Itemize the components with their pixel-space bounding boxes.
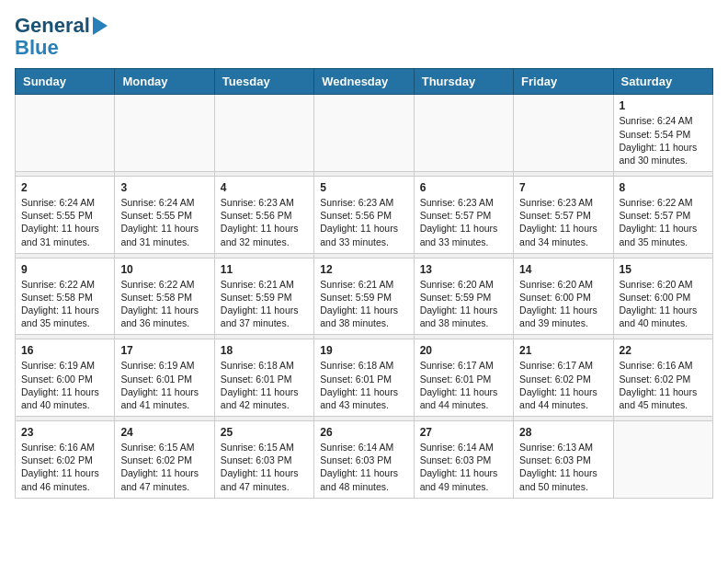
cell-text: Sunrise: 6:24 AM Sunset: 5:55 PM Dayligh…	[21, 196, 108, 248]
day-cell	[115, 95, 214, 172]
day-number: 2	[21, 181, 108, 194]
header-cell-saturday: Saturday	[613, 69, 712, 95]
day-cell: 20Sunrise: 6:17 AM Sunset: 6:01 PM Dayli…	[414, 339, 513, 417]
day-cell: 16Sunrise: 6:19 AM Sunset: 6:00 PM Dayli…	[16, 339, 115, 417]
cell-text: Sunrise: 6:21 AM Sunset: 5:59 PM Dayligh…	[221, 278, 308, 330]
day-cell: 19Sunrise: 6:18 AM Sunset: 6:01 PM Dayli…	[314, 339, 414, 417]
day-number: 21	[519, 344, 607, 357]
day-number: 6	[420, 181, 507, 194]
cell-text: Sunrise: 6:14 AM Sunset: 6:03 PM Dayligh…	[420, 441, 507, 493]
day-cell: 23Sunrise: 6:16 AM Sunset: 6:02 PM Dayli…	[16, 421, 115, 499]
day-number: 28	[519, 426, 607, 439]
cell-text: Sunrise: 6:16 AM Sunset: 6:02 PM Dayligh…	[620, 359, 707, 411]
header: General Blue	[15, 15, 713, 59]
week-row-2: 2Sunrise: 6:24 AM Sunset: 5:55 PM Daylig…	[16, 177, 713, 254]
day-cell: 5Sunrise: 6:23 AM Sunset: 5:56 PM Daylig…	[314, 177, 414, 254]
logo-text-blue: Blue	[15, 37, 59, 59]
day-cell: 18Sunrise: 6:18 AM Sunset: 6:01 PM Dayli…	[214, 339, 313, 417]
day-number: 22	[620, 344, 707, 357]
day-cell	[414, 95, 513, 172]
cell-text: Sunrise: 6:17 AM Sunset: 6:01 PM Dayligh…	[420, 359, 507, 411]
day-number: 13	[420, 263, 507, 276]
day-cell: 9Sunrise: 6:22 AM Sunset: 5:58 PM Daylig…	[16, 258, 115, 335]
cell-text: Sunrise: 6:23 AM Sunset: 5:57 PM Dayligh…	[519, 196, 607, 248]
logo: General Blue	[15, 15, 108, 59]
logo-arrow-icon	[93, 17, 108, 35]
header-cell-thursday: Thursday	[414, 69, 513, 95]
day-number: 20	[420, 344, 507, 357]
day-cell: 22Sunrise: 6:16 AM Sunset: 6:02 PM Dayli…	[613, 339, 712, 417]
day-cell: 13Sunrise: 6:20 AM Sunset: 5:59 PM Dayli…	[414, 258, 513, 335]
day-cell: 1Sunrise: 6:24 AM Sunset: 5:54 PM Daylig…	[613, 95, 712, 172]
cell-text: Sunrise: 6:21 AM Sunset: 5:59 PM Dayligh…	[320, 278, 407, 330]
day-cell: 8Sunrise: 6:22 AM Sunset: 5:57 PM Daylig…	[613, 177, 712, 254]
day-number: 26	[320, 426, 407, 439]
cell-text: Sunrise: 6:19 AM Sunset: 6:01 PM Dayligh…	[120, 359, 208, 411]
day-cell	[314, 95, 414, 172]
day-cell: 2Sunrise: 6:24 AM Sunset: 5:55 PM Daylig…	[16, 177, 115, 254]
cell-text: Sunrise: 6:24 AM Sunset: 5:55 PM Dayligh…	[120, 196, 208, 248]
cell-text: Sunrise: 6:16 AM Sunset: 6:02 PM Dayligh…	[21, 441, 108, 493]
header-cell-friday: Friday	[514, 69, 613, 95]
day-cell: 24Sunrise: 6:15 AM Sunset: 6:02 PM Dayli…	[115, 421, 214, 499]
day-cell: 11Sunrise: 6:21 AM Sunset: 5:59 PM Dayli…	[214, 258, 313, 335]
header-cell-tuesday: Tuesday	[214, 69, 313, 95]
calendar-table: SundayMondayTuesdayWednesdayThursdayFrid…	[15, 68, 713, 498]
day-number: 5	[320, 181, 407, 194]
day-cell: 4Sunrise: 6:23 AM Sunset: 5:56 PM Daylig…	[214, 177, 313, 254]
cell-text: Sunrise: 6:23 AM Sunset: 5:56 PM Dayligh…	[221, 196, 308, 248]
header-cell-wednesday: Wednesday	[314, 69, 414, 95]
day-number: 9	[21, 263, 108, 276]
day-number: 24	[120, 426, 208, 439]
logo-text-general: General	[15, 15, 90, 37]
cell-text: Sunrise: 6:15 AM Sunset: 6:03 PM Dayligh…	[221, 441, 308, 493]
day-number: 10	[120, 263, 208, 276]
day-cell	[214, 95, 313, 172]
cell-text: Sunrise: 6:14 AM Sunset: 6:03 PM Dayligh…	[320, 441, 407, 493]
week-row-5: 23Sunrise: 6:16 AM Sunset: 6:02 PM Dayli…	[16, 421, 713, 499]
day-cell	[613, 421, 712, 499]
cell-text: Sunrise: 6:20 AM Sunset: 5:59 PM Dayligh…	[420, 278, 507, 330]
day-number: 12	[320, 263, 407, 276]
day-cell: 12Sunrise: 6:21 AM Sunset: 5:59 PM Dayli…	[314, 258, 414, 335]
day-number: 18	[221, 344, 308, 357]
cell-text: Sunrise: 6:23 AM Sunset: 5:57 PM Dayligh…	[420, 196, 507, 248]
day-number: 14	[519, 263, 607, 276]
cell-text: Sunrise: 6:22 AM Sunset: 5:58 PM Dayligh…	[21, 278, 108, 330]
cell-text: Sunrise: 6:18 AM Sunset: 6:01 PM Dayligh…	[221, 359, 308, 411]
day-number: 19	[320, 344, 407, 357]
cell-text: Sunrise: 6:15 AM Sunset: 6:02 PM Dayligh…	[120, 441, 208, 493]
cell-text: Sunrise: 6:20 AM Sunset: 6:00 PM Dayligh…	[519, 278, 607, 330]
cell-text: Sunrise: 6:23 AM Sunset: 5:56 PM Dayligh…	[320, 196, 407, 248]
day-cell: 7Sunrise: 6:23 AM Sunset: 5:57 PM Daylig…	[514, 177, 613, 254]
cell-text: Sunrise: 6:19 AM Sunset: 6:00 PM Dayligh…	[21, 359, 108, 411]
day-cell: 21Sunrise: 6:17 AM Sunset: 6:02 PM Dayli…	[514, 339, 613, 417]
cell-text: Sunrise: 6:13 AM Sunset: 6:03 PM Dayligh…	[519, 441, 607, 493]
day-number: 23	[21, 426, 108, 439]
day-number: 1	[620, 99, 707, 112]
day-number: 17	[120, 344, 208, 357]
cell-text: Sunrise: 6:18 AM Sunset: 6:01 PM Dayligh…	[320, 359, 407, 411]
day-number: 11	[221, 263, 308, 276]
cell-text: Sunrise: 6:22 AM Sunset: 5:57 PM Dayligh…	[620, 196, 707, 248]
cell-text: Sunrise: 6:20 AM Sunset: 6:00 PM Dayligh…	[620, 278, 707, 330]
day-number: 25	[221, 426, 308, 439]
day-cell: 3Sunrise: 6:24 AM Sunset: 5:55 PM Daylig…	[115, 177, 214, 254]
day-number: 4	[221, 181, 308, 194]
week-row-4: 16Sunrise: 6:19 AM Sunset: 6:00 PM Dayli…	[16, 339, 713, 417]
day-cell: 15Sunrise: 6:20 AM Sunset: 6:00 PM Dayli…	[613, 258, 712, 335]
day-cell	[514, 95, 613, 172]
day-cell: 26Sunrise: 6:14 AM Sunset: 6:03 PM Dayli…	[314, 421, 414, 499]
header-cell-monday: Monday	[115, 69, 214, 95]
header-cell-sunday: Sunday	[16, 69, 115, 95]
day-cell: 14Sunrise: 6:20 AM Sunset: 6:00 PM Dayli…	[514, 258, 613, 335]
cell-text: Sunrise: 6:17 AM Sunset: 6:02 PM Dayligh…	[519, 359, 607, 411]
day-cell: 10Sunrise: 6:22 AM Sunset: 5:58 PM Dayli…	[115, 258, 214, 335]
day-cell: 17Sunrise: 6:19 AM Sunset: 6:01 PM Dayli…	[115, 339, 214, 417]
day-number: 16	[21, 344, 108, 357]
day-number: 7	[519, 181, 607, 194]
cell-text: Sunrise: 6:24 AM Sunset: 5:54 PM Dayligh…	[620, 114, 707, 167]
day-number: 27	[420, 426, 507, 439]
week-row-3: 9Sunrise: 6:22 AM Sunset: 5:58 PM Daylig…	[16, 258, 713, 335]
day-number: 3	[120, 181, 208, 194]
